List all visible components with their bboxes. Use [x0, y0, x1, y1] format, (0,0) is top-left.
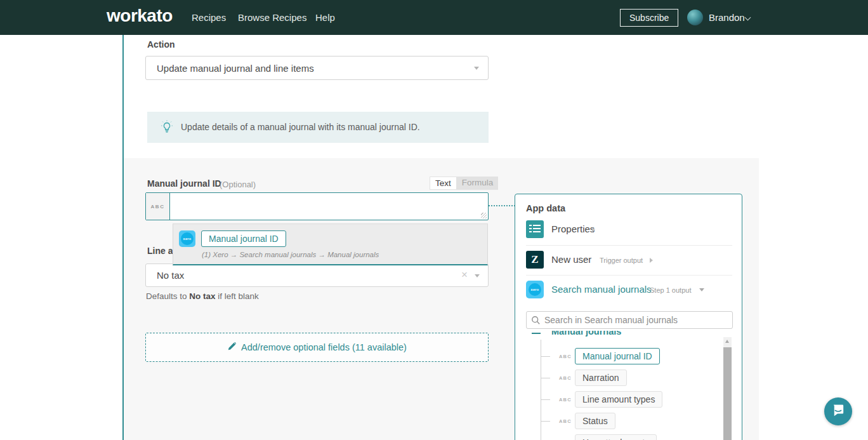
workato-logo[interactable]: workato — [107, 6, 173, 26]
toggle-text-option[interactable]: Text — [430, 177, 457, 190]
action-hint-text: Update details of a manual journal with … — [181, 122, 420, 132]
manual-journal-id-input-wrapper: ABC — [145, 192, 489, 220]
nav-recipes[interactable]: Recipes — [192, 12, 226, 23]
chat-icon — [831, 403, 845, 420]
chevron-down-icon[interactable] — [699, 288, 704, 291]
datapill-status[interactable]: Status — [575, 413, 615, 429]
new-user-label: New user — [551, 254, 591, 265]
tree-item-line-amount-types: ABC Line amount types — [541, 391, 731, 409]
chevron-right-icon — [592, 227, 595, 232]
trigger-output-tag: Trigger output — [600, 257, 643, 264]
xero-app-icon: xero — [179, 230, 195, 247]
tree-item-has-attachments: ABC Has attachments — [541, 434, 731, 440]
action-select[interactable]: Update manual journal and line items — [145, 56, 489, 80]
tree-item-status: ABC Status — [541, 413, 731, 430]
scroll-up-icon[interactable] — [725, 340, 729, 343]
app-data-search[interactable] — [526, 311, 733, 329]
datapill-narration[interactable]: Narration — [575, 370, 627, 386]
app-data-panel: App data Properties Z New user Trigger o… — [515, 194, 742, 440]
search-manual-journals-row[interactable]: xero Search manual journals Step 1 outpu… — [515, 275, 743, 304]
app-data-title: App data — [526, 203, 565, 213]
chevron-down-icon — [474, 67, 479, 70]
manual-journal-id-datapill[interactable]: Manual journal ID — [201, 230, 286, 247]
datapill-tooltip: xero Manual journal ID (1) Xero → Search… — [173, 223, 488, 265]
optional-tag: (Optional) — [220, 180, 256, 189]
scrollbar-thumb[interactable] — [723, 347, 732, 440]
line-amount-type-select[interactable]: No tax × — [145, 263, 489, 287]
nav-help[interactable]: Help — [315, 12, 335, 23]
add-remove-optional-fields-button[interactable]: Add/remove optional fields (11 available… — [145, 333, 489, 362]
datapill-manual-journal-id[interactable]: Manual journal ID — [575, 348, 660, 364]
chevron-down-icon — [475, 274, 480, 277]
tree-item-manual-journal-id: ABC Manual journal ID — [541, 348, 731, 366]
zendesk-icon: Z — [526, 251, 544, 269]
datapill-connector-line — [489, 205, 515, 206]
add-remove-label: Add/remove optional fields (11 available… — [241, 342, 407, 352]
search-icon — [531, 316, 541, 328]
chat-launcher-button[interactable] — [824, 397, 852, 425]
resize-handle[interactable] — [481, 213, 487, 218]
action-selected-value: Update manual journal and line items — [157, 63, 314, 74]
lightbulb-icon — [160, 120, 174, 138]
chevron-right-icon — [650, 258, 653, 263]
pencil-icon — [227, 342, 236, 353]
subscribe-button[interactable]: Subscribe — [620, 9, 678, 27]
output-tree: Manual journals ABC Manual journal ID AB… — [515, 331, 742, 440]
properties-label: Properties — [551, 223, 595, 234]
datapill-breadcrumb: (1) Xero → Search manual journals → Manu… — [202, 251, 379, 258]
action-hint-banner: Update details of a manual journal with … — [147, 112, 489, 143]
manual-journal-id-input[interactable] — [174, 196, 479, 217]
tree-scrollbar[interactable] — [723, 337, 732, 440]
step-output-tag: Step 1 output — [650, 286, 691, 294]
properties-row[interactable]: Properties — [515, 215, 743, 244]
tree-item-narration: ABC Narration — [541, 370, 731, 387]
default-value-hint: Defaults to No tax if left blank — [146, 291, 259, 301]
top-navbar: workato Recipes Browse Recipes Help Subs… — [0, 0, 868, 35]
text-formula-toggle[interactable]: Text Formula — [430, 177, 498, 190]
abc-type-tag: ABC — [146, 193, 170, 220]
toggle-formula-option[interactable]: Formula — [457, 177, 499, 190]
properties-list-icon — [526, 220, 544, 238]
manual-journal-id-label: Manual journal ID — [147, 178, 221, 189]
user-avatar[interactable] — [687, 10, 703, 25]
line-amount-type-value: No tax — [157, 270, 184, 281]
chevron-down-icon[interactable] — [745, 15, 751, 21]
new-user-row[interactable]: Z New user Trigger output — [515, 245, 743, 274]
user-menu[interactable]: Brandon — [709, 12, 745, 23]
xero-icon: xero — [526, 281, 544, 298]
clear-icon[interactable]: × — [461, 269, 468, 281]
nav-browse-recipes[interactable]: Browse Recipes — [238, 12, 306, 23]
search-manual-journals-label: Search manual journals — [551, 284, 652, 295]
action-field-label: Action — [147, 39, 175, 50]
datapill-has-attachments[interactable]: Has attachments — [575, 434, 657, 440]
datapill-line-amount-types[interactable]: Line amount types — [575, 391, 662, 408]
app-data-search-input[interactable] — [544, 314, 728, 326]
drag-handle-icon[interactable] — [532, 331, 541, 336]
